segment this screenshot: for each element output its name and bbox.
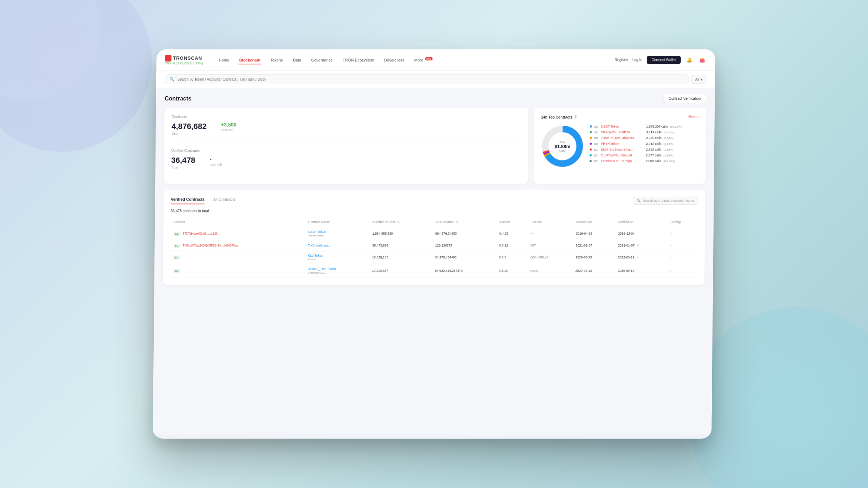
nav-tokens[interactable]: Tokens (269, 56, 284, 64)
sort-icon-calls[interactable]: ⇅ (397, 221, 400, 224)
verified-24h-label: Last 24h (210, 163, 222, 167)
notification-icon[interactable]: 🔔 (685, 56, 694, 64)
row3-calls: 16,429,188 (369, 251, 432, 264)
contracts-total-label: Total (171, 132, 207, 136)
nav-governance[interactable]: Governance (310, 56, 333, 64)
row3-action[interactable]: › (667, 251, 698, 264)
verified-total-label: Total (171, 166, 195, 170)
row4-balance: 54,920,444,267374 (432, 264, 496, 277)
row1-created: 2019-04-16 (573, 227, 616, 240)
row3-created: 2020-06-23 (573, 251, 615, 264)
col-setting: Setting (668, 217, 698, 227)
row2-contract-name: TrxChainInsur... (305, 240, 369, 251)
row2-action[interactable]: › (667, 240, 698, 251)
row3-version: 0.5.4 (496, 251, 527, 264)
search-icon: 🔍 (170, 77, 175, 82)
sc-badge-3: SC (173, 256, 180, 260)
svg-point-1 (545, 129, 580, 164)
sc-badge: SC (173, 232, 180, 236)
row4-contract-name: CLBRT_TBY Token CratedByCo... (305, 264, 369, 277)
row3-contract-link[interactable]: KLV Token Klever (308, 254, 323, 261)
chart-more-link[interactable]: More › (689, 115, 699, 119)
row1-action-icon[interactable]: › (671, 231, 672, 236)
row2-calls: 38,473,962 (369, 240, 432, 251)
row1-contract-link[interactable]: USDT Token Tether Token (308, 230, 326, 237)
all-dropdown[interactable]: All ▾ (691, 75, 706, 84)
row1-verified: 2019-12-04 (615, 227, 668, 240)
legend-item-5: SC SUN: SurSwap Sma... 2,822 calls (1.19… (590, 148, 698, 151)
legend-dot-7 (590, 160, 592, 162)
search-input[interactable] (177, 77, 684, 81)
top-row: Contracts 4,876,682 Total +3,500 Last 24… (164, 108, 706, 184)
verified-24h-col: - Last 24h (209, 156, 222, 170)
row2-version: 0.5.12 (496, 240, 528, 251)
info-icon: ⓘ (574, 115, 577, 120)
contract-verification-button[interactable]: Contract Verification (663, 94, 706, 103)
svg-point-4 (545, 129, 580, 164)
stats-divider (171, 143, 521, 143)
row2-created: 2021-01-07 (573, 240, 616, 251)
verified-total-number: 36,478 (171, 156, 195, 165)
donut-center: Total $1.88m Calls (554, 140, 570, 152)
row1-address[interactable]: TR7NHqjeKQxG...zb1Jkt (183, 232, 218, 235)
legend-dot-5 (590, 149, 592, 151)
nav-more[interactable]: More new (413, 56, 433, 64)
verified-contracts-label: Verified Contracts (171, 149, 521, 153)
row1-action[interactable]: › (668, 227, 698, 240)
verified-24h: - (210, 156, 222, 162)
row4-contract-link[interactable]: CLBRT_TBY Token CratedByCo... (308, 267, 336, 274)
nav-links: Home Blockchain Tokens Data Governance T… (218, 56, 605, 64)
total-count: 36,478 contracts in total (171, 209, 698, 213)
table-body: SC TR7NHqjeKQxG...zb1Jkt USDT Token Teth… (170, 227, 698, 278)
row3-contract-name: KLV Token Klever (305, 251, 369, 264)
logo-text: TRONSCAN (173, 55, 202, 61)
svg-point-3 (545, 129, 580, 164)
search-input-wrapper[interactable]: 🔍 (165, 74, 689, 84)
login-button[interactable]: Log In (632, 58, 642, 62)
main-screen: TRONSCAN TRX: 0.127 USD (+1.43%) Home Bl… (153, 49, 715, 438)
row4-action-icon[interactable]: › (670, 269, 672, 273)
logo-icon (165, 55, 171, 61)
row4-action[interactable]: › (667, 264, 698, 277)
row3-account: SC (170, 251, 305, 264)
row3-action-icon[interactable]: › (670, 255, 672, 260)
col-created: Created on (573, 217, 615, 227)
donut-svg (541, 125, 584, 168)
sc-badge-4: SC (173, 269, 180, 273)
svg-point-0 (545, 129, 580, 164)
connect-wallet-button[interactable]: Connect Wallet (647, 56, 681, 64)
col-trx-balance: TRX Balance ⇅ (433, 217, 497, 227)
row4-account: SC (170, 264, 305, 277)
trx-price: TRX: 0.127 USD (+1.43%) (165, 61, 208, 65)
tab-verified-contracts[interactable]: Verified Contracts (171, 197, 204, 204)
tabs-search[interactable]: 🔍 Search by Contract Account / Name (633, 197, 698, 205)
nav-blockchain[interactable]: Blockchain (239, 56, 261, 64)
col-version: Version (496, 217, 528, 227)
nav-right: Register Log In Connect Wallet 🔔 👛 (614, 56, 706, 64)
row1-license: — (528, 227, 573, 240)
sort-icon-balance[interactable]: ⇅ (456, 221, 459, 224)
row2-address[interactable]: TNNxU7Jez9Q4bXREBrBx...AtKDRhw (183, 244, 238, 247)
legend-item-2: SC TFdiolyMV...su9D7A 3,119 calls (1.16%… (590, 130, 699, 134)
contracts-label: Contracts (172, 115, 522, 119)
screen-wrapper: TRONSCAN TRX: 0.127 USD (+1.43%) Home Bl… (153, 49, 715, 438)
contracts-table: Account Contract Name Number of Calls ⇅ … (170, 217, 698, 278)
row4-verified: 2020-09-14 (615, 264, 667, 277)
row1-calls: 1,864,955,539 (369, 227, 432, 240)
row2-action-icon[interactable]: › (670, 243, 672, 248)
col-account: Account (171, 217, 306, 227)
donut-chart: Total $1.88m Calls (541, 125, 584, 168)
contracts-24h-label: Last 24h (221, 128, 237, 132)
nav-developers[interactable]: Developers (383, 56, 405, 64)
row2-contract-link[interactable]: TrxChainInsur... (308, 244, 331, 247)
nav-home[interactable]: Home (218, 56, 230, 64)
row2-license: MIT (528, 240, 573, 251)
register-button[interactable]: Register (615, 58, 628, 62)
stats-panel: Contracts 4,876,682 Total +3,500 Last 24… (164, 108, 528, 184)
row3-verified-icon: ↑ (637, 256, 639, 259)
wallet-icon[interactable]: 👛 (698, 56, 707, 64)
nav-tron-ecosystem[interactable]: TRON Ecosystem (342, 56, 375, 64)
tab-all-contracts[interactable]: All Contracts (213, 197, 235, 204)
nav-data[interactable]: Data (292, 56, 302, 64)
search-bar: 🔍 All ▾ (156, 71, 715, 88)
